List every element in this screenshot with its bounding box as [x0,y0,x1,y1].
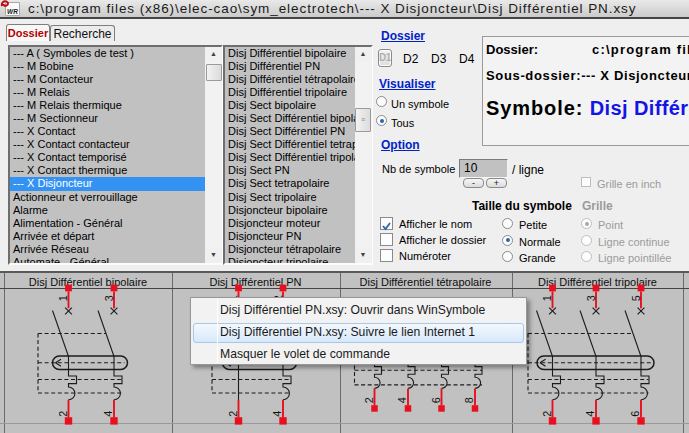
svg-text:2: 2 [227,411,239,417]
svg-text:2: 2 [541,411,553,417]
svg-text:6: 6 [629,411,641,417]
svg-text:4: 4 [271,411,283,417]
svg-text:3: 3 [103,295,115,301]
svg-text:1: 1 [57,295,69,301]
svg-text:6: 6 [430,397,442,403]
svg-text:4: 4 [396,397,408,403]
svg-text:5: 5 [630,295,642,301]
svg-text:1: 1 [541,295,553,301]
svg-text:2: 2 [57,411,69,417]
svg-text:2: 2 [363,397,375,403]
svg-text:4: 4 [102,411,114,417]
svg-text:3: 3 [585,295,597,301]
svg-text:4: 4 [584,411,596,417]
svg-text:8: 8 [463,397,475,403]
